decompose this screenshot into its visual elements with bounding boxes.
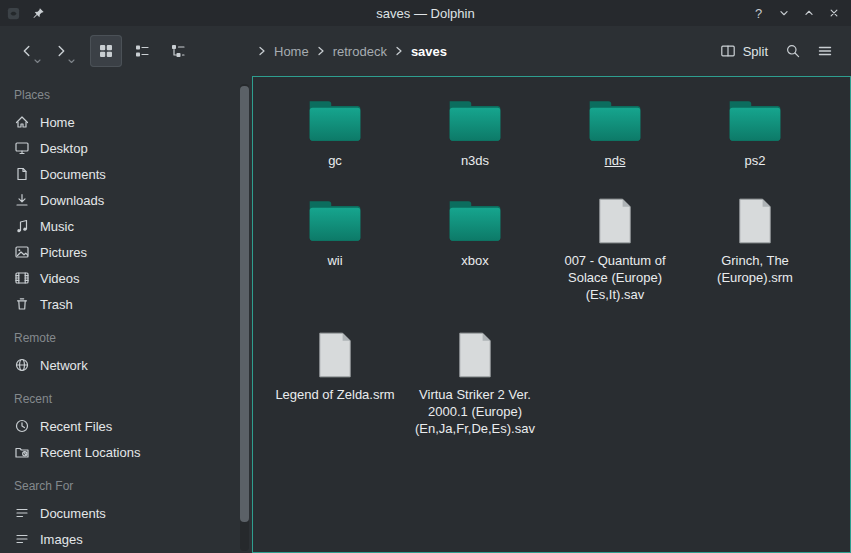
sidebar-item-music[interactable]: Music bbox=[12, 213, 252, 239]
sidebar-item-label: Pictures bbox=[40, 245, 87, 260]
search-list-icon bbox=[14, 505, 30, 521]
file-icon bbox=[456, 323, 494, 379]
sidebar-item-videos[interactable]: Videos bbox=[12, 265, 252, 291]
hamburger-menu-icon bbox=[817, 43, 833, 59]
home-icon bbox=[14, 114, 30, 130]
minimize-icon bbox=[777, 6, 791, 20]
back-history-caret-icon bbox=[34, 59, 41, 64]
search-button[interactable] bbox=[777, 35, 809, 67]
split-icon bbox=[720, 43, 736, 59]
folder-icon bbox=[725, 89, 785, 145]
sidebar-item-documents[interactable]: Documents bbox=[12, 161, 252, 187]
icons-view-icon bbox=[98, 43, 114, 59]
recent-files-icon bbox=[14, 418, 30, 434]
titlebar-left-icons bbox=[6, 6, 46, 21]
desktop-icon bbox=[14, 140, 30, 156]
places-panel: PlacesHomeDesktopDocumentsDownloadsMusic… bbox=[0, 76, 252, 553]
item-label: xbox bbox=[461, 252, 488, 269]
item-label: gc bbox=[328, 152, 342, 169]
compact-view-button[interactable] bbox=[126, 35, 158, 67]
toolbar: Homeretrodecksaves Split bbox=[0, 26, 851, 76]
breadcrumb-item-retrodeck[interactable]: retrodeck bbox=[326, 44, 394, 59]
view-mode-group bbox=[90, 35, 194, 67]
maximize-icon bbox=[802, 6, 816, 20]
folder-icon bbox=[445, 89, 505, 145]
minimize-button[interactable] bbox=[772, 2, 795, 24]
sidebar-item-downloads[interactable]: Downloads bbox=[12, 187, 252, 213]
item-label: Virtua Striker 2 Ver. 2000.1 (Europe) (E… bbox=[413, 386, 537, 437]
breadcrumb: Homeretrodecksaves bbox=[258, 44, 454, 59]
pin-icon[interactable] bbox=[31, 6, 46, 21]
sidebar-item-trash[interactable]: Trash bbox=[12, 291, 252, 317]
folder-icon bbox=[305, 189, 365, 245]
close-button[interactable] bbox=[822, 2, 845, 24]
sidebar-scrollbar-track[interactable] bbox=[240, 84, 249, 551]
sidebar-item-label: Recent Files bbox=[40, 419, 112, 434]
file-item-virtua-striker-2-ver-2000-1-europe-en-ja-fr-de-es-sav[interactable]: Virtua Striker 2 Ver. 2000.1 (Europe) (E… bbox=[405, 323, 545, 437]
split-button[interactable]: Split bbox=[711, 35, 777, 67]
folder-item-nds[interactable]: nds bbox=[545, 89, 685, 169]
sidebar-item-home[interactable]: Home bbox=[12, 109, 252, 135]
sidebar-item-label: Recent Locations bbox=[40, 445, 140, 460]
main-area: PlacesHomeDesktopDocumentsDownloadsMusic… bbox=[0, 76, 851, 553]
compact-view-icon bbox=[134, 43, 150, 59]
folder-icon bbox=[305, 89, 365, 145]
item-label: wii bbox=[327, 252, 342, 269]
breadcrumb-separator-icon bbox=[258, 46, 266, 56]
sidebar-item-network[interactable]: Network bbox=[12, 352, 252, 378]
sidebar-scrollbar-handle[interactable] bbox=[240, 86, 249, 522]
back-button[interactable] bbox=[10, 35, 44, 67]
folder-item-gc[interactable]: gc bbox=[265, 89, 405, 169]
sidebar-item-label: Desktop bbox=[40, 141, 88, 156]
section-header-search-for: Search For bbox=[14, 479, 252, 493]
breadcrumb-item-saves[interactable]: saves bbox=[404, 44, 454, 59]
maximize-button[interactable] bbox=[797, 2, 820, 24]
details-view-icon bbox=[170, 43, 186, 59]
search-icon bbox=[785, 43, 801, 59]
sidebar-item-label: Downloads bbox=[40, 193, 104, 208]
sidebar-item-images[interactable]: Images bbox=[12, 526, 252, 552]
section-header-remote: Remote bbox=[14, 331, 252, 345]
trash-icon bbox=[14, 296, 30, 312]
forward-history-caret-icon bbox=[68, 59, 75, 64]
split-label: Split bbox=[743, 44, 768, 59]
folder-item-wii[interactable]: wii bbox=[265, 189, 405, 269]
sidebar-item-desktop[interactable]: Desktop bbox=[12, 135, 252, 161]
item-label: 007 - Quantum of Solace (Europe) (Es,It)… bbox=[553, 252, 677, 303]
section-header-places: Places bbox=[14, 88, 252, 102]
file-item-legend-of-zelda-srm[interactable]: Legend of Zelda.srm bbox=[265, 323, 405, 403]
menu-button[interactable] bbox=[809, 35, 841, 67]
sidebar-item-label: Videos bbox=[40, 271, 80, 286]
file-icon bbox=[736, 189, 774, 245]
documents-icon bbox=[14, 166, 30, 182]
file-grid: gcn3dsndsps2wiixbox007 - Quantum of Sola… bbox=[265, 89, 850, 437]
forward-button[interactable] bbox=[44, 35, 78, 67]
breadcrumb-item-home[interactable]: Home bbox=[267, 44, 316, 59]
sidebar-item-pictures[interactable]: Pictures bbox=[12, 239, 252, 265]
sidebar-item-recent-locations[interactable]: Recent Locations bbox=[12, 439, 252, 465]
item-label: Legend of Zelda.srm bbox=[275, 386, 394, 403]
places-list: PlacesHomeDesktopDocumentsDownloadsMusic… bbox=[12, 88, 252, 553]
item-label: nds bbox=[605, 152, 626, 169]
item-label: ps2 bbox=[745, 152, 766, 169]
icons-view-button[interactable] bbox=[90, 35, 122, 67]
folder-item-ps2[interactable]: ps2 bbox=[685, 89, 825, 169]
section-header-recent: Recent bbox=[14, 392, 252, 406]
close-icon bbox=[827, 6, 841, 20]
sidebar-item-documents[interactable]: Documents bbox=[12, 500, 252, 526]
file-item-grinch-the-europe-srm[interactable]: Grinch, The (Europe).srm bbox=[685, 189, 825, 286]
file-icon bbox=[316, 323, 354, 379]
window-controls: ? bbox=[747, 2, 845, 24]
pictures-icon bbox=[14, 244, 30, 260]
details-view-button[interactable] bbox=[162, 35, 194, 67]
folder-item-xbox[interactable]: xbox bbox=[405, 189, 545, 269]
folder-item-n3ds[interactable]: n3ds bbox=[405, 89, 545, 169]
sidebar-item-recent-files[interactable]: Recent Files bbox=[12, 413, 252, 439]
back-icon bbox=[19, 43, 35, 59]
file-item-007-quantum-of-solace-europe-es-it-sav[interactable]: 007 - Quantum of Solace (Europe) (Es,It)… bbox=[545, 189, 685, 303]
sidebar-item-label: Images bbox=[40, 532, 83, 547]
folder-view[interactable]: gcn3dsndsps2wiixbox007 - Quantum of Sola… bbox=[252, 76, 851, 553]
help-button[interactable]: ? bbox=[747, 2, 770, 24]
sidebar-item-label: Music bbox=[40, 219, 74, 234]
item-label: n3ds bbox=[461, 152, 489, 169]
